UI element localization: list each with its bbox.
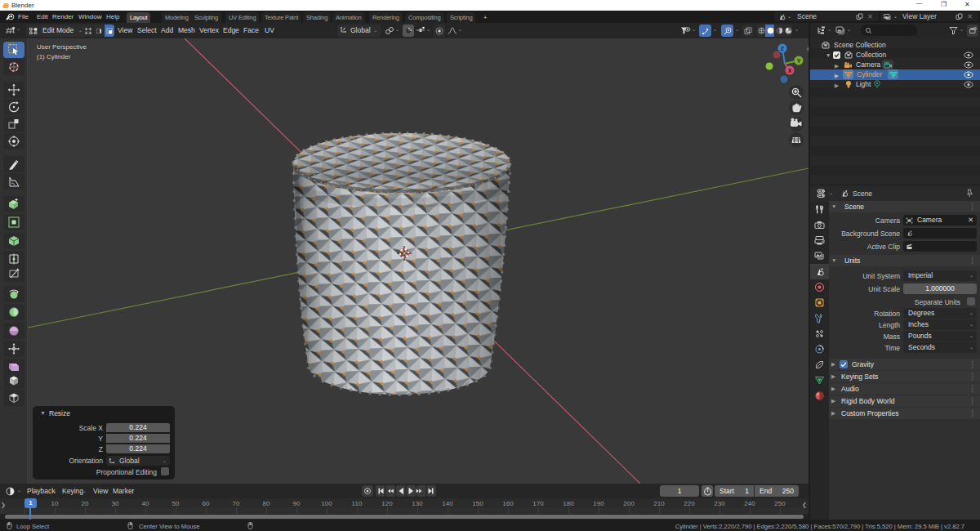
svg-text:X: X [788, 68, 792, 74]
svg-text:❮: ❮ [806, 45, 808, 52]
svg-text:Z: Z [781, 46, 785, 51]
svg-text:Y: Y [797, 58, 801, 64]
svg-text:User Perspective: User Perspective [37, 43, 87, 51]
svg-text:(1) Cylinder: (1) Cylinder [37, 53, 71, 60]
